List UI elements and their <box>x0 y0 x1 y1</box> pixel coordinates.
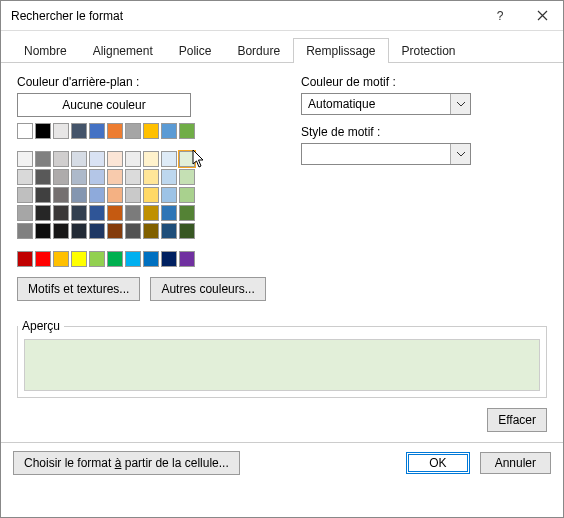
color-swatch[interactable] <box>89 123 105 139</box>
no-color-button[interactable]: Aucune couleur <box>17 93 191 117</box>
color-swatch[interactable] <box>35 223 51 239</box>
color-swatch[interactable] <box>161 223 177 239</box>
color-swatch[interactable] <box>53 123 69 139</box>
footer: Choisir le format à partir de la cellule… <box>1 442 563 483</box>
color-swatch[interactable] <box>89 251 105 267</box>
color-swatch[interactable] <box>107 187 123 203</box>
color-swatch[interactable] <box>53 223 69 239</box>
color-swatch[interactable] <box>17 151 33 167</box>
tab-nombre[interactable]: Nombre <box>11 38 80 63</box>
color-swatch[interactable] <box>53 151 69 167</box>
color-swatch[interactable] <box>35 123 51 139</box>
color-swatch[interactable] <box>107 169 123 185</box>
right-panel: Couleur de motif : Automatique Style de … <box>301 75 547 301</box>
color-swatch[interactable] <box>89 205 105 221</box>
color-palette <box>17 123 277 267</box>
color-swatch[interactable] <box>89 187 105 203</box>
color-swatch[interactable] <box>53 205 69 221</box>
color-swatch[interactable] <box>125 151 141 167</box>
apercu-legend: Aperçu <box>18 319 64 333</box>
color-swatch[interactable] <box>71 251 87 267</box>
color-swatch[interactable] <box>179 123 195 139</box>
color-swatch[interactable] <box>107 123 123 139</box>
color-swatch[interactable] <box>143 251 159 267</box>
color-swatch[interactable] <box>143 151 159 167</box>
color-swatch[interactable] <box>35 205 51 221</box>
pattern-color-combo[interactable]: Automatique <box>301 93 471 115</box>
color-swatch[interactable] <box>107 251 123 267</box>
color-swatch[interactable] <box>161 151 177 167</box>
color-swatch[interactable] <box>143 205 159 221</box>
color-swatch[interactable] <box>89 223 105 239</box>
color-swatch[interactable] <box>179 151 195 167</box>
color-swatch[interactable] <box>179 251 195 267</box>
color-swatch[interactable] <box>17 251 33 267</box>
color-swatch[interactable] <box>161 169 177 185</box>
color-swatch[interactable] <box>71 223 87 239</box>
color-swatch[interactable] <box>143 223 159 239</box>
color-swatch[interactable] <box>161 205 177 221</box>
color-swatch[interactable] <box>161 251 177 267</box>
tab-protection[interactable]: Protection <box>389 38 469 63</box>
tab-alignement[interactable]: Alignement <box>80 38 166 63</box>
motifs-textures-button[interactable]: Motifs et textures... <box>17 277 140 301</box>
chevron-down-icon <box>450 94 470 114</box>
color-swatch[interactable] <box>143 123 159 139</box>
tab-body: Couleur d'arrière-plan : Aucune couleur … <box>1 63 563 309</box>
effacer-button[interactable]: Effacer <box>487 408 547 432</box>
cancel-button[interactable]: Annuler <box>480 452 551 474</box>
color-swatch[interactable] <box>143 187 159 203</box>
color-swatch[interactable] <box>179 187 195 203</box>
color-swatch[interactable] <box>17 205 33 221</box>
color-swatch[interactable] <box>17 123 33 139</box>
bg-color-label: Couleur d'arrière-plan : <box>17 75 277 89</box>
color-swatch[interactable] <box>179 205 195 221</box>
titlebar: Rechercher le format ? <box>1 1 563 31</box>
color-swatch[interactable] <box>53 169 69 185</box>
color-swatch[interactable] <box>71 151 87 167</box>
pattern-style-combo[interactable] <box>301 143 471 165</box>
ok-button[interactable]: OK <box>406 452 469 474</box>
color-swatch[interactable] <box>35 151 51 167</box>
help-button[interactable]: ? <box>479 1 521 31</box>
color-swatch[interactable] <box>71 169 87 185</box>
color-swatch[interactable] <box>107 151 123 167</box>
color-swatch[interactable] <box>125 251 141 267</box>
color-swatch[interactable] <box>71 187 87 203</box>
color-swatch[interactable] <box>125 169 141 185</box>
color-swatch[interactable] <box>17 169 33 185</box>
color-swatch[interactable] <box>125 187 141 203</box>
color-swatch[interactable] <box>17 187 33 203</box>
tab-remplissage[interactable]: Remplissage <box>293 38 388 63</box>
color-swatch[interactable] <box>53 187 69 203</box>
color-swatch[interactable] <box>35 251 51 267</box>
color-swatch[interactable] <box>125 223 141 239</box>
color-swatch[interactable] <box>161 187 177 203</box>
color-swatch[interactable] <box>125 123 141 139</box>
choose-format-button[interactable]: Choisir le format à partir de la cellule… <box>13 451 240 475</box>
color-swatch[interactable] <box>17 223 33 239</box>
tab-police[interactable]: Police <box>166 38 225 63</box>
color-swatch[interactable] <box>161 123 177 139</box>
color-swatch[interactable] <box>89 169 105 185</box>
tab-bordure[interactable]: Bordure <box>224 38 293 63</box>
color-swatch[interactable] <box>53 251 69 267</box>
color-swatch[interactable] <box>179 169 195 185</box>
color-swatch[interactable] <box>143 169 159 185</box>
color-swatch[interactable] <box>71 205 87 221</box>
color-swatch[interactable] <box>89 151 105 167</box>
color-swatch[interactable] <box>125 205 141 221</box>
close-icon <box>537 10 548 21</box>
close-button[interactable] <box>521 1 563 31</box>
preview-box <box>24 339 540 391</box>
pattern-color-label: Couleur de motif : <box>301 75 547 89</box>
autres-couleurs-button[interactable]: Autres couleurs... <box>150 277 265 301</box>
color-swatch[interactable] <box>179 223 195 239</box>
color-swatch[interactable] <box>107 223 123 239</box>
color-swatch[interactable] <box>35 187 51 203</box>
color-swatch[interactable] <box>107 205 123 221</box>
color-swatch[interactable] <box>71 123 87 139</box>
pattern-style-value <box>302 144 450 164</box>
color-swatch[interactable] <box>35 169 51 185</box>
pattern-color-value: Automatique <box>302 94 450 114</box>
